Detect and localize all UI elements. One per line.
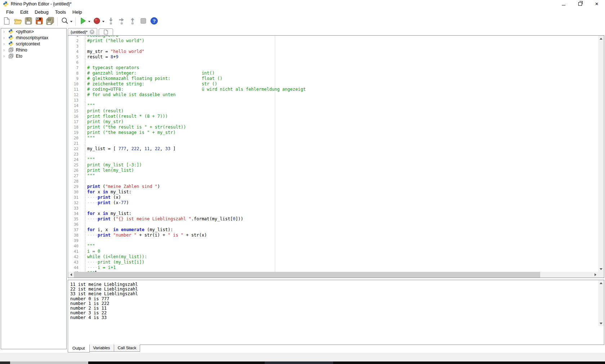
step-into-button[interactable] [106,17,116,27]
sidebar-item-rhinoscriptsyntax[interactable]: ›rhinoscriptsyntax [1,35,66,41]
code-line: 30for x in my_list: [68,189,598,195]
fold-margin [80,211,85,216]
scroll-up-button[interactable] [598,36,604,41]
code-line: 43····print (my_list[i]) [68,260,598,265]
menu-item-help[interactable]: Help [69,9,85,15]
line-number: 12 [68,92,80,98]
code-text: i = 0 [85,249,100,254]
sidebar-item-scriptcontext[interactable]: ›scriptcontext [1,41,66,47]
scroll-right-button[interactable] [592,272,598,278]
tab-call-stack[interactable]: Call Stack [114,345,140,352]
line-number: 37 [68,227,80,233]
expand-chevron-icon[interactable]: › [3,41,8,46]
fold-margin [80,98,85,103]
help-button[interactable]: ? [149,17,159,27]
code-line: 6 [68,60,598,65]
step-out-button[interactable] [127,17,138,27]
code-editor[interactable]: 1#coding=UTF82#print ("hello world")34my… [68,35,604,278]
sidebar-item-python[interactable]: ›<python> [1,28,66,35]
fold-margin [80,71,85,76]
stop-button[interactable] [138,17,148,27]
fold-margin [80,60,85,65]
code-text: # for und while ist dasselbe unten [85,92,176,98]
code-text: #print ("hello world") [85,38,144,44]
fold-margin [80,254,85,260]
code-text: ····print (my_list[i]) [85,260,144,265]
fold-margin [80,141,85,146]
menu-item-file[interactable]: File [3,9,17,15]
stop-record-dropdown-icon[interactable] [102,21,104,22]
code-text [85,206,87,211]
menu-item-tools[interactable]: Tools [52,9,69,15]
output-scroll-down-button[interactable] [598,320,604,326]
save-all-button[interactable] [45,17,55,27]
scroll-left-button[interactable] [68,272,74,278]
menu-item-debug[interactable]: Debug [31,9,51,15]
output-vertical-scrollbar[interactable] [598,280,604,326]
code-text: print ("the result is " + str(result)) [85,125,186,130]
fold-margin [80,206,85,211]
fold-margin [80,195,85,200]
tab-close-icon[interactable]: ✕ [90,30,94,34]
code-text: result = 8+9 [85,54,118,60]
editor-horizontal-scrollbar[interactable] [68,272,598,278]
save-file-as-button[interactable] [34,17,44,27]
menu-item-edit[interactable]: Edit [17,9,31,15]
namespace-icon [8,53,14,59]
sidebar: ›<python>›rhinoscriptsyntax›scriptcontex… [1,28,67,349]
code-line: 38····print "number " + str(i) + " is " … [68,233,598,238]
editor-vertical-scrollbar[interactable] [598,36,604,272]
step-over-button[interactable] [117,17,127,27]
new-tab-button[interactable] [99,28,113,35]
minimize-button[interactable] [555,0,572,8]
tab-untitled[interactable]: {untitled}* ✕ [68,28,97,35]
tab-variables[interactable]: Variables [89,345,114,352]
code-line: 39 [68,238,598,243]
open-file-button[interactable] [13,17,23,27]
code-line: 23 [68,152,598,157]
output-text[interactable]: 11 ist meine Lieblingszahl22 ist meine L… [70,282,597,320]
horizontal-scroll-thumb[interactable] [74,272,540,278]
toolbar: ? [0,16,605,27]
code-text: """ [85,243,95,249]
code-line: 42while (i<len(my_list)): [68,254,598,260]
new-file-button[interactable] [2,17,12,27]
code-text: ····print ("{} ist meine Lieblingszahl "… [85,216,243,222]
code-line: 8# ganzzahl integer: int() [68,71,598,76]
sidebar-item-eto[interactable]: ›Eto [1,53,66,59]
stop-record-button[interactable] [92,17,105,27]
code-text [85,222,87,227]
code-line: 28 [68,179,598,184]
run-dropdown-icon[interactable] [88,21,90,22]
line-number: 39 [68,238,80,243]
line-number: 3 [68,44,80,49]
restore-button[interactable] [572,0,588,8]
code-line: 24""" [68,157,598,162]
code-line: 29print ("meine Zahlen sind ") [68,184,598,189]
search-button[interactable] [60,17,73,27]
fold-margin [80,162,85,168]
line-number: 36 [68,222,80,227]
code-line: 13 [68,98,598,103]
expand-chevron-icon[interactable]: › [3,29,8,34]
search-dropdown-icon[interactable] [70,21,72,22]
close-button[interactable]: ✕ [588,0,605,8]
save-file-button[interactable] [23,17,33,27]
code-line: 33 [68,206,598,211]
line-number: 22 [68,146,80,152]
code-line: 32····print (x-77) [68,200,598,206]
sidebar-item-rhino[interactable]: ›Rhino [1,47,66,53]
scroll-down-button[interactable] [598,266,604,272]
expand-chevron-icon[interactable]: › [3,54,8,58]
run-button[interactable] [78,17,91,27]
output-scroll-up-button[interactable] [598,280,604,286]
sidebar-item-label: Eto [16,54,22,59]
window-title: Rhino Python Editor - {untitled}* [11,1,72,6]
tab-output[interactable]: Output [68,345,90,352]
namespace-icon [8,47,14,53]
fold-margin [80,49,85,54]
expand-chevron-icon[interactable]: › [3,35,8,40]
expand-chevron-icon[interactable]: › [3,48,8,52]
code-line: 21 [68,141,598,146]
line-number: 16 [68,114,80,119]
